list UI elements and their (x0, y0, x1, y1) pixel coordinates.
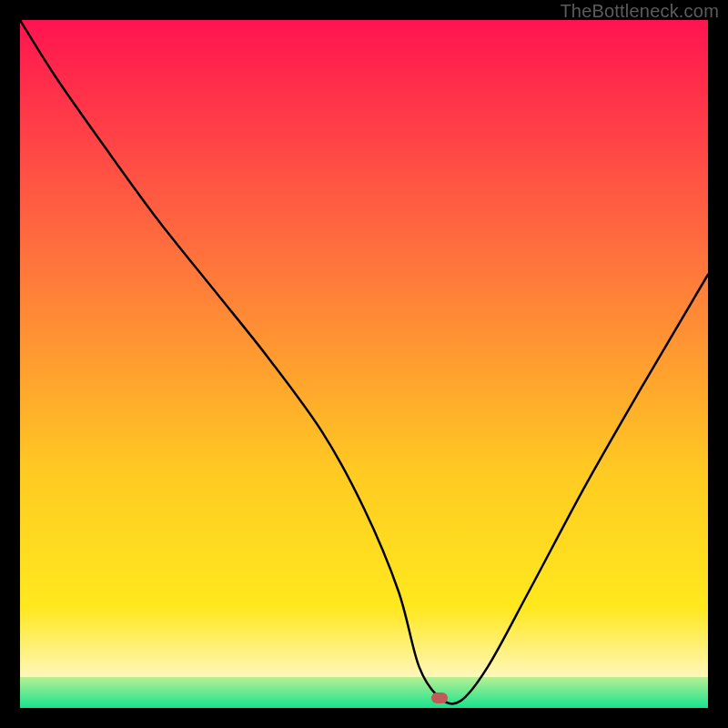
chart-plot-area (20, 20, 708, 708)
bottleneck-curve (20, 20, 708, 708)
curve-minimum-marker (431, 693, 448, 703)
watermark-text: TheBottleneck.com (560, 1, 719, 22)
